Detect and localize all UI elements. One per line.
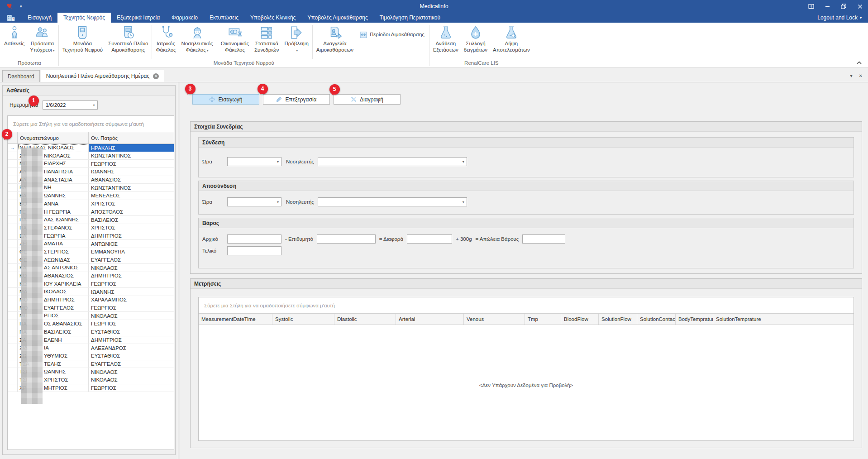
father-name-cell[interactable]: ΧΡΗΣΤΟΣ	[89, 200, 174, 208]
document-tab-0[interactable]: Dashboard	[2, 70, 40, 82]
father-name-cell[interactable]: ΕΜΜΑΝΟΥΗΛ	[89, 248, 174, 256]
connect-time-select[interactable]: ▾	[227, 157, 281, 166]
ribbon-button-0-0[interactable]: Ασθενείς	[1, 23, 27, 60]
father-name-cell[interactable]: ΕΥΑΓΓΕΛΟΣ	[89, 360, 174, 368]
disconnect-time-select[interactable]: ▾	[227, 197, 281, 206]
measurement-column-header[interactable]: SolutionTemprature	[713, 314, 854, 325]
ribbon-button-1-10[interactable]: ΑναγγελίαΑιμοκαθάρσεων	[314, 23, 356, 60]
father-name-cell[interactable]: ΝΙΚΟΛΑΟΣ	[89, 264, 174, 272]
insert-button[interactable]: Εισαγωγή	[192, 94, 259, 105]
column-header-name[interactable]: Ονοματεπώνυμο	[18, 132, 89, 143]
measurement-column-header[interactable]: SolutionContactivity	[637, 314, 676, 325]
measurement-column-header[interactable]: BodyTemprature	[676, 314, 713, 325]
ribbon-button-2-0[interactable]: ΑνάθεσηΕξετάσεων	[430, 23, 461, 60]
father-name-cell[interactable]: ΓΕΩΡΓΙΟΣ	[89, 320, 174, 328]
ribbon-button-1-0[interactable]: ΜονάδαΤεχνητού Νεφρού	[60, 23, 105, 60]
father-name-cell[interactable]: ΓΕΩΡΓΙΟΣ	[89, 384, 174, 392]
ribbon-button-1-3[interactable]: ΙατρικόςΦάκελος	[153, 23, 178, 60]
minimize-button[interactable]	[819, 0, 835, 13]
ribbon-tab-3[interactable]: Φαρμακείο	[166, 13, 204, 23]
father-name-cell[interactable]: ΝΙΚΟΛΑΟΣ	[89, 376, 174, 384]
group-by-hint[interactable]: Σύρετε μια Στήλη για να ομαδοποιήσετε σύ…	[8, 116, 174, 132]
final-weight-input[interactable]	[227, 246, 281, 255]
initial-weight-input[interactable]	[227, 234, 281, 244]
delete-button[interactable]: Διαγραφή	[334, 94, 401, 105]
father-name-cell[interactable]: ΜΕΝΕΛΕΟΣ	[89, 192, 174, 200]
father-name-cell[interactable]: ΔΗΜΗΤΡΙΟΣ	[89, 336, 174, 344]
father-name-cell[interactable]: ΚΩΝΣΤΑΝΤΙΝΟΣ	[89, 184, 174, 191]
row-indicator-cell	[8, 360, 18, 368]
father-name-cell[interactable]: ΑΘΑΝΑΣΙΟΣ	[89, 176, 174, 184]
weight-loss-input[interactable]	[522, 234, 565, 244]
father-name-cell[interactable]: ΒΑΣΙΛΕΙΟΣ	[89, 216, 174, 224]
close-tab-icon[interactable]: ✕	[153, 73, 159, 79]
annotation-badge-1: 1	[29, 96, 39, 106]
ribbon-button-1-11[interactable]: Περίοδοι Αιμοκάθαρσης	[356, 29, 428, 40]
ribbon-tab-0[interactable]: Εισαγωγή	[22, 13, 57, 23]
disconnect-nurse-label: Νοσηλευτής	[286, 199, 314, 205]
father-name-cell[interactable]: ΙΩΑΝΝΗΣ	[89, 168, 174, 176]
ribbon-button-1-1[interactable]: Συνοπτικό ΠλάνοΑιμοκάθαρσης	[105, 23, 151, 60]
disconnect-nurse-select[interactable]: ▾	[318, 197, 467, 206]
maximize-button[interactable]	[835, 0, 852, 13]
close-document-icon[interactable]: ✕	[859, 73, 863, 78]
date-picker[interactable]: 1/6/2022 ▾	[43, 100, 98, 110]
measurement-column-header[interactable]: Arterial	[396, 314, 464, 325]
ribbon-button-2-2[interactable]: ΛήψηΑποτελεσμάτων	[490, 23, 533, 60]
father-name-cell[interactable]: ΓΕΩΡΓΙΟΣ	[89, 304, 174, 312]
father-name-cell[interactable]: ΔΗΜΗΤΡΙΟΣ	[89, 232, 174, 240]
ribbon-button-1-8[interactable]: Πρόβλεψη▾	[282, 23, 311, 60]
measurement-column-header[interactable]: BloodFlow	[561, 314, 599, 325]
ribbon-tab-2[interactable]: Εξωτερικά Ιατρεία	[111, 13, 166, 23]
ribbon-tab-5[interactable]: Υποβολές Κλινικής	[244, 13, 301, 23]
father-name-cell[interactable]: ΗΡΑΚΛΗΣ	[89, 144, 174, 152]
ribbon-tab-7[interactable]: Τιμολόγηση Περιστατικού	[374, 13, 446, 23]
father-name-cell[interactable]: ΝΙΚΟΛΑΟΣ	[89, 368, 174, 376]
ribbon-tab-4[interactable]: Εκτυπώσεις	[204, 13, 244, 23]
father-name-cell[interactable]: ΕΥΣΤΑΘΙΟΣ	[89, 352, 174, 360]
ribbon-tab-1[interactable]: Τεχνητός Νεφρός	[57, 13, 111, 23]
father-name-cell[interactable]: ΚΩΝΣΤΑΝΤΙΝΟΣ	[89, 152, 174, 160]
ribbon-button-1-7[interactable]: ΣτατιστικάΣυνεδριών	[252, 23, 282, 60]
father-name-cell[interactable]: ΙΩΑΝΝΗΣ	[89, 288, 174, 296]
father-name-cell[interactable]: ΧΡΗΣΤΟΣ	[89, 224, 174, 232]
measurement-column-header[interactable]: Venous	[464, 314, 525, 325]
logout-and-lock-button[interactable]: Logout and Lock ▾	[817, 13, 868, 23]
ribbon-button-1-4[interactable]: ΝοσηλευτικόςΦάκελος▾	[179, 23, 216, 60]
ribbon-tab-6[interactable]: Υποβολές Αιμοκάθαρσης	[301, 13, 373, 23]
father-name-cell[interactable]: ΕΥΣΤΑΘΙΟΣ	[89, 328, 174, 336]
measurement-column-header[interactable]: Systolic	[272, 314, 334, 325]
father-name-cell[interactable]: ΑΛΕΞΑΝΔΡΟΣ	[89, 344, 174, 352]
father-name-cell[interactable]: ΑΝΤΩΝΙΟΣ	[89, 240, 174, 248]
measurement-column-header[interactable]: Tmp	[525, 314, 561, 325]
father-name-cell[interactable]: ΔΗΜΗΤΡΙΟΣ	[89, 272, 174, 280]
connect-nurse-select[interactable]: ▾	[318, 157, 467, 166]
father-name-cell[interactable]: ΑΠΟΣΤΟΛΟΣ	[89, 208, 174, 216]
father-name-cell[interactable]: ΓΕΩΡΓΙΟΣ	[89, 280, 174, 288]
application-button[interactable]	[0, 13, 22, 23]
diff-weight-input[interactable]	[407, 234, 452, 244]
fullscreen-button[interactable]	[803, 0, 819, 13]
group-by-hint[interactable]: Σύρετε μια Στήλη για να ομαδοποιήσετε σύ…	[199, 297, 854, 314]
ribbon-button-2-1[interactable]: Συλλογήδειγμάτων	[461, 23, 490, 60]
edit-button[interactable]: Επεξεργασία	[263, 94, 330, 105]
close-button[interactable]	[852, 0, 868, 13]
father-name-cell[interactable]: ΧΑΡΑΛΑΜΠΟΣ	[89, 296, 174, 304]
desired-weight-input[interactable]	[317, 234, 376, 244]
panel-splitter[interactable]	[178, 82, 180, 459]
disconnect-title: Αποσύνδεση	[199, 181, 854, 191]
tab-list-dropdown-icon[interactable]: ▾	[850, 73, 853, 78]
measurement-column-header[interactable]: Diastolic	[334, 314, 396, 325]
row-indicator-cell	[8, 304, 18, 312]
column-header-father[interactable]: Ον. Πατρός	[89, 132, 174, 143]
quick-access-arrow-icon[interactable]: ▾	[20, 4, 22, 9]
ribbon-button-1-6[interactable]: ΟικονομικόςΦάκελος	[218, 23, 252, 60]
father-name-cell[interactable]: ΝΙΚΟΛΑΟΣ	[89, 312, 174, 320]
ribbon-button-0-1[interactable]: ΠρόσωπαΥπόχρεοι▾	[27, 23, 57, 60]
measurement-column-header[interactable]: SolutionFlow	[599, 314, 637, 325]
measurement-column-header[interactable]: MeasurementDateTime	[199, 314, 272, 325]
father-name-cell[interactable]: ΓΕΩΡΓΙΟΣ	[89, 160, 174, 167]
collapse-ribbon-icon[interactable]	[856, 60, 863, 65]
father-name-cell[interactable]: ΕΥΑΓΓΕΛΟΣ	[89, 256, 174, 264]
document-tab-1[interactable]: Νοσηλευτικό Πλάνο Αιμοκάθαρσης Ημέρας✕	[41, 70, 165, 82]
